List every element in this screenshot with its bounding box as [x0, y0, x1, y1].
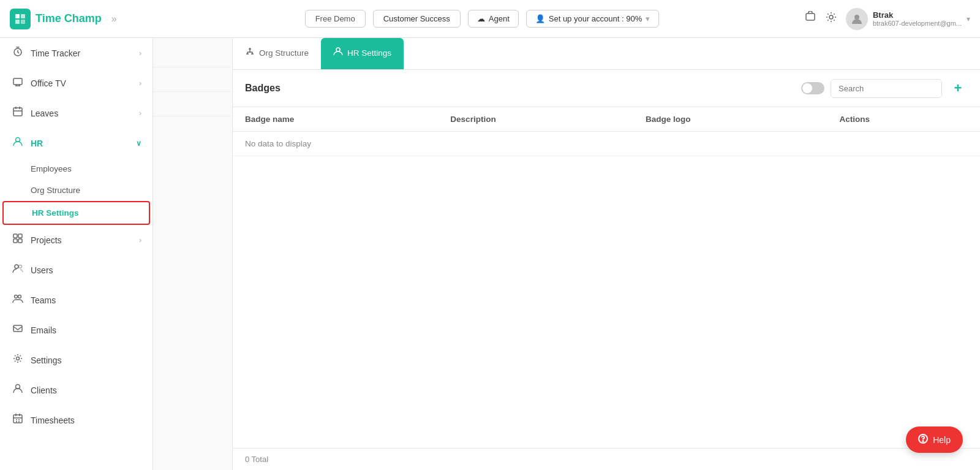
svg-rect-2	[15, 20, 20, 24]
panel-header-right: +	[801, 78, 968, 98]
setup-chevron-icon: ▾	[646, 14, 650, 23]
org-structure-tab-icon	[245, 47, 255, 59]
agent-button[interactable]: ☁ Agent	[468, 10, 519, 28]
time-tracker-chevron-icon: ›	[139, 49, 141, 58]
sidebar-label-settings: Settings	[31, 355, 62, 365]
svg-point-23	[336, 48, 340, 51]
sidebar-sub-item-employees[interactable]: Employees	[0, 158, 153, 180]
sidebar-item-leaves[interactable]: Leaves ›	[0, 98, 153, 128]
sidebar-label-teams: Teams	[31, 295, 56, 305]
logo-area: Time Champ »	[10, 9, 160, 29]
search-input[interactable]	[831, 80, 941, 97]
expand-icon[interactable]: »	[111, 13, 117, 25]
tab-hr-settings-label: HR Settings	[347, 48, 391, 58]
svg-rect-1	[21, 14, 25, 18]
sidebar-item-time-tracker[interactable]: Time Tracker ›	[0, 38, 153, 68]
col-description: Description	[438, 107, 633, 132]
badge-toggle[interactable]	[801, 82, 824, 94]
main-layout: Time Tracker › Office TV › Leaves	[0, 38, 980, 470]
badges-panel: Badges +	[233, 70, 980, 470]
settings-sidebar-icon	[11, 353, 24, 367]
help-button[interactable]: Help	[906, 426, 963, 453]
sidebar-item-clients[interactable]: Clients	[0, 375, 153, 405]
svg-rect-9	[13, 108, 22, 116]
setup-icon: 👤	[535, 14, 545, 23]
svg-point-5	[829, 15, 833, 19]
svg-rect-11	[13, 234, 17, 238]
add-icon: +	[954, 80, 962, 96]
topbar-right: Btrak btrak607-development@gm... ▾	[804, 8, 970, 30]
teams-icon	[11, 293, 24, 307]
tab-hr-settings[interactable]: HR Settings	[321, 38, 404, 69]
users-icon	[11, 263, 24, 277]
svg-point-16	[19, 265, 22, 268]
user-avatar-area[interactable]: Btrak btrak607-development@gm... ▾	[846, 8, 970, 30]
sidebar-label-office-tv: Office TV	[31, 78, 66, 88]
svg-point-20	[17, 357, 20, 360]
topbar: Time Champ » Free Demo Customer Success …	[0, 0, 980, 38]
sidebar-label-timesheets: Timesheets	[31, 415, 75, 425]
sidebar-sub-item-hr-settings[interactable]: HR Settings	[2, 201, 150, 225]
add-badge-button[interactable]: +	[948, 78, 968, 98]
emails-icon	[11, 323, 24, 337]
notification-icon[interactable]	[804, 11, 816, 26]
hr-icon	[11, 136, 24, 150]
free-demo-button[interactable]: Free Demo	[305, 10, 366, 28]
avatar	[846, 8, 868, 30]
svg-rect-22	[13, 415, 22, 423]
logo-icon	[10, 9, 31, 29]
tab-org-structure[interactable]: Org Structure	[233, 38, 321, 69]
sidebar-item-settings[interactable]: Settings	[0, 345, 153, 375]
svg-point-17	[15, 295, 18, 298]
settings-icon[interactable]	[825, 11, 837, 26]
leaves-icon	[11, 106, 24, 120]
sub-nav-strip	[153, 38, 233, 470]
svg-rect-3	[21, 20, 25, 24]
office-tv-chevron-icon: ›	[139, 79, 141, 88]
sidebar-label-emails: Emails	[31, 325, 56, 335]
clients-icon	[11, 383, 24, 397]
svg-point-15	[15, 265, 18, 268]
setup-account-button[interactable]: 👤 Set up your account : 90% ▾	[526, 10, 659, 28]
sidebar-item-hr[interactable]: HR ∨	[0, 128, 153, 158]
sidebar-item-users[interactable]: Users	[0, 255, 153, 285]
hr-chevron-icon: ∨	[136, 139, 141, 148]
org-structure-label: Org Structure	[31, 186, 80, 195]
table-container: Badge name Description Badge logo Action…	[233, 107, 980, 448]
sidebar-item-teams[interactable]: Teams	[0, 285, 153, 315]
topbar-center: Free Demo Customer Success ☁ Agent 👤 Set…	[160, 10, 804, 28]
no-data-row: No data to display	[233, 132, 980, 156]
sidebar-item-timesheets[interactable]: Timesheets	[0, 405, 153, 435]
total-count: 0 Total	[245, 455, 268, 464]
help-icon	[918, 434, 928, 445]
customer-success-button[interactable]: Customer Success	[373, 10, 461, 28]
sidebar: Time Tracker › Office TV › Leaves	[0, 38, 153, 470]
main-panel: Org Structure HR Settings	[233, 38, 980, 470]
tab-org-structure-label: Org Structure	[259, 48, 309, 58]
search-box	[831, 79, 942, 98]
svg-point-6	[854, 15, 859, 20]
svg-rect-8	[13, 78, 22, 85]
panel-header: Badges +	[233, 70, 980, 107]
hr-settings-label: HR Settings	[32, 208, 79, 218]
svg-rect-19	[13, 325, 22, 332]
help-label: Help	[933, 435, 951, 445]
svg-point-25	[923, 441, 924, 441]
leaves-chevron-icon: ›	[139, 109, 141, 118]
sidebar-label-users: Users	[31, 265, 53, 275]
sidebar-item-projects[interactable]: Projects ›	[0, 225, 153, 255]
svg-point-18	[18, 295, 21, 298]
col-badge-name: Badge name	[233, 107, 438, 132]
sidebar-item-office-tv[interactable]: Office TV ›	[0, 68, 153, 98]
office-tv-icon	[11, 76, 24, 90]
timesheets-icon	[11, 413, 24, 427]
sidebar-sub-item-org-structure[interactable]: Org Structure	[0, 180, 153, 201]
projects-icon	[11, 233, 24, 247]
sidebar-label-leaves: Leaves	[31, 108, 58, 118]
sidebar-item-emails[interactable]: Emails	[0, 315, 153, 345]
col-badge-logo: Badge logo	[633, 107, 827, 132]
sidebar-label-clients: Clients	[31, 385, 57, 395]
time-tracker-icon	[11, 46, 24, 60]
tabs-bar: Org Structure HR Settings	[233, 38, 980, 70]
svg-rect-14	[18, 239, 22, 243]
